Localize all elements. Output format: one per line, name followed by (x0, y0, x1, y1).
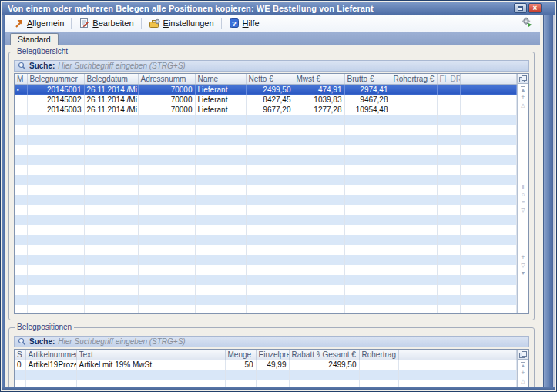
empty-row[interactable] (15, 195, 517, 205)
column-header-text[interactable]: Text (76, 350, 225, 360)
window-titlebar[interactable]: Von einem oder mehreren Belegen alle Pos… (2, 2, 555, 15)
table-row[interactable]: 2014500226.11.2014 /Mi70000Lieferant8427… (15, 95, 517, 105)
cell-spacer[interactable] (460, 95, 517, 105)
cell-rohertrag[interactable] (359, 360, 398, 370)
column-header-netto[interactable]: Netto € (246, 74, 294, 84)
empty-row[interactable] (15, 145, 517, 155)
menu-bearbeiten[interactable]: Bearbeiten (73, 16, 139, 30)
next-row-icon[interactable]: ▽ (521, 263, 525, 268)
cell-fi[interactable] (437, 105, 448, 115)
scroll-top-icon[interactable]: ▲ (521, 86, 526, 92)
column-header-gesamt[interactable]: Gesamt € (320, 350, 359, 360)
cell-m[interactable]: ▪ (15, 84, 27, 95)
column-header-fi[interactable]: FI (437, 74, 448, 84)
restore-button[interactable] (514, 3, 527, 13)
empty-row[interactable] (15, 215, 517, 225)
prev-row-icon[interactable]: △ (521, 378, 525, 384)
empty-row[interactable] (15, 235, 517, 245)
cell-netto[interactable]: 9677,20 (246, 105, 294, 115)
empty-row[interactable] (15, 370, 517, 380)
cell-adressnummer[interactable]: 70000 (138, 105, 195, 115)
cell-belegnummer[interactable]: 20145001 (27, 84, 84, 95)
scroll-bottom-icon[interactable]: ▼ (521, 270, 526, 276)
list-icon[interactable]: ≡ (522, 199, 525, 205)
cell-mwst[interactable]: 1039,83 (294, 95, 344, 105)
empty-row[interactable] (15, 295, 517, 305)
cell-dr[interactable] (448, 105, 460, 115)
add-row-icon[interactable]: + (521, 95, 525, 100)
refresh-gear-button[interactable] (521, 16, 532, 31)
column-header-rohertrag[interactable]: Rohertrag € (359, 350, 398, 360)
column-header-brutto[interactable]: Brutto € (344, 74, 391, 84)
cell-fi[interactable] (437, 95, 448, 105)
cell-text[interactable]: Artikel mit 19% MwSt. (76, 360, 225, 370)
column-header-m[interactable]: M (15, 74, 27, 84)
column-chooser-button[interactable] (518, 350, 528, 360)
cell-rohertrag[interactable] (391, 84, 437, 95)
column-header-belegnummer[interactable]: Belegnummer (27, 74, 84, 84)
cell-name[interactable]: Lieferant (195, 84, 246, 95)
cell-dr[interactable] (448, 84, 460, 95)
add-row-icon[interactable]: + (521, 255, 525, 260)
menu-allgemein[interactable]: Allgemein (8, 16, 69, 30)
cell-fi[interactable] (437, 84, 448, 95)
column-header-rohertrag[interactable]: Rohertrag € (391, 74, 437, 84)
cell-spacer[interactable] (460, 84, 517, 95)
cell-rabatt[interactable] (289, 360, 320, 370)
column-header-belegdatum[interactable]: Belegdatum (84, 74, 138, 84)
empty-row[interactable] (15, 135, 517, 145)
empty-row[interactable] (15, 165, 517, 175)
zoom-icon[interactable]: ○ (522, 192, 525, 197)
empty-row[interactable] (15, 115, 517, 125)
cell-menge[interactable]: 50 (225, 360, 256, 370)
empty-row[interactable] (15, 205, 517, 215)
cell-rohertrag[interactable] (391, 105, 437, 115)
empty-row[interactable] (15, 185, 517, 195)
cell-belegdatum[interactable]: 26.11.2014 /Mi (84, 95, 138, 105)
cell-belegnummer[interactable]: 20145002 (27, 95, 84, 105)
empty-row[interactable] (15, 285, 517, 295)
cell-adressnummer[interactable]: 70000 (138, 95, 195, 105)
empty-row[interactable] (15, 380, 517, 387)
filter-icon[interactable]: ▽ (521, 207, 525, 213)
empty-row[interactable] (15, 155, 517, 165)
search-bar-belege[interactable]: Suche: Hier Suchbegriff eingeben (STRG+S… (14, 60, 529, 72)
scroll-top-icon[interactable]: ▲ (521, 362, 526, 368)
column-header-rabatt[interactable]: Rabatt % (289, 350, 320, 360)
cell-dr[interactable] (448, 95, 460, 105)
cell-name[interactable]: Lieferant (195, 105, 246, 115)
empty-row[interactable] (15, 245, 517, 255)
column-header-adressnummer[interactable]: Adressnumm (138, 74, 195, 84)
cell-einzelpreis[interactable]: 49,99 (256, 360, 289, 370)
cell-brutto[interactable]: 2974,41 (344, 84, 391, 95)
add-row-icon[interactable]: + (521, 370, 525, 376)
empty-row[interactable] (15, 305, 517, 314)
column-header-menge[interactable]: Menge (225, 350, 256, 360)
column-header-artikelnummer[interactable]: Artikelnummer (25, 350, 76, 360)
table-row[interactable]: ▪2014500126.11.2014 /Mi70000Lieferant249… (15, 84, 517, 95)
empty-row[interactable] (15, 265, 517, 275)
cell-netto[interactable]: 2499,50 (246, 84, 294, 95)
empty-row[interactable] (15, 175, 517, 185)
column-header-einzelpreis[interactable]: Einzelpreis € (256, 350, 289, 360)
table-row[interactable]: 2014500326.11.2014 /Mi70000Lieferant9677… (15, 105, 517, 115)
column-header-spacer[interactable] (460, 74, 517, 84)
close-button[interactable]: × (528, 3, 542, 13)
cell-adressnummer[interactable]: 70000 (138, 84, 195, 95)
column-header-mwst[interactable]: Mwst € (294, 74, 344, 84)
cell-brutto[interactable]: 10954,48 (344, 105, 391, 115)
menu-hilfe[interactable]: ? Hilfe (223, 16, 265, 30)
column-chooser-button[interactable] (518, 74, 528, 84)
cell-netto[interactable]: 8427,45 (246, 95, 294, 105)
empty-row[interactable] (15, 125, 517, 135)
cell-mwst[interactable]: 474,91 (294, 84, 344, 95)
cell-spacer[interactable] (460, 105, 517, 115)
column-header-spacer[interactable] (398, 350, 517, 360)
cell-m[interactable] (15, 105, 27, 115)
cell-s[interactable]: 0 (15, 360, 25, 370)
cell-belegdatum[interactable]: 26.11.2014 /Mi (84, 105, 138, 115)
vertical-scrollbar[interactable] (543, 15, 553, 388)
empty-row[interactable] (15, 225, 517, 235)
pause-icon[interactable]: ‖ (522, 184, 525, 189)
column-header-dr[interactable]: DR (448, 74, 460, 84)
